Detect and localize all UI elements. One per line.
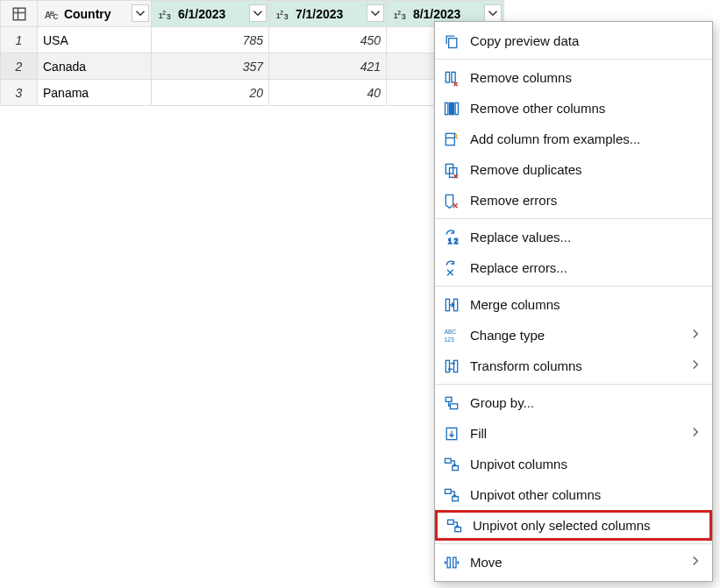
row-number: 3 bbox=[1, 80, 38, 106]
svg-text:123: 123 bbox=[445, 336, 454, 342]
row-number: 2 bbox=[1, 53, 38, 80]
chevron-right-icon bbox=[688, 424, 703, 443]
table-row[interactable]: 2 Canada 357 421 bbox=[1, 53, 504, 80]
cell-country[interactable]: USA bbox=[38, 27, 152, 53]
menu-separator bbox=[435, 286, 712, 287]
remove-columns-icon bbox=[442, 68, 461, 88]
merge-columns-icon bbox=[442, 295, 461, 315]
cell-value[interactable]: 785 bbox=[152, 27, 269, 53]
column-header-date-2[interactable]: 123 7/1/2023 bbox=[269, 1, 387, 27]
table-corner-cell[interactable] bbox=[1, 1, 38, 27]
column-header-country[interactable]: ABC Country bbox=[38, 1, 152, 27]
menu-item-replace-values[interactable]: 1 2 Replace values... bbox=[435, 222, 712, 252]
menu-item-move[interactable]: Move bbox=[435, 547, 712, 577]
cell-value[interactable]: 421 bbox=[269, 53, 387, 80]
menu-item-fill[interactable]: Fill bbox=[435, 418, 712, 449]
number-type-icon: 123 bbox=[274, 5, 292, 23]
chevron-down-icon bbox=[367, 5, 383, 21]
highlighted-menu-item: Unpivot only selected columns bbox=[435, 510, 712, 541]
menu-separator bbox=[435, 218, 712, 219]
svg-text:ABC: ABC bbox=[445, 329, 457, 335]
filter-dropdown-button[interactable] bbox=[132, 4, 149, 22]
replace-values-icon: 1 2 bbox=[442, 228, 461, 247]
menu-item-remove-errors[interactable]: Remove errors bbox=[435, 185, 712, 216]
svg-text:2: 2 bbox=[397, 9, 401, 15]
chevron-down-icon bbox=[132, 5, 148, 21]
svg-text:2: 2 bbox=[162, 9, 166, 15]
column-label: 8/1/2023 bbox=[413, 7, 461, 21]
menu-item-add-column-from-examples[interactable]: Add column from examples... bbox=[435, 124, 712, 154]
column-label: Country bbox=[64, 7, 111, 21]
remove-duplicates-icon bbox=[442, 160, 461, 180]
svg-text:1 2: 1 2 bbox=[448, 236, 459, 244]
chevron-right-icon bbox=[688, 326, 703, 344]
svg-rect-37 bbox=[446, 489, 452, 493]
group-by-icon bbox=[442, 393, 461, 413]
remove-other-columns-icon bbox=[442, 99, 461, 118]
cell-value[interactable]: 357 bbox=[152, 53, 269, 80]
number-type-icon: 123 bbox=[392, 5, 410, 23]
table-icon bbox=[11, 5, 28, 23]
unpivot-columns-icon bbox=[442, 455, 461, 474]
transform-columns-icon bbox=[442, 357, 461, 376]
menu-item-unpivot-other-columns[interactable]: Unpivot other columns bbox=[435, 479, 712, 510]
svg-rect-15 bbox=[449, 38, 457, 47]
table-row[interactable]: 3 Panama 20 40 bbox=[1, 80, 504, 106]
svg-rect-19 bbox=[446, 103, 448, 114]
menu-item-group-by[interactable]: Group by... bbox=[435, 387, 712, 418]
text-type-icon: ABC bbox=[43, 5, 61, 23]
menu-item-remove-columns[interactable]: Remove columns bbox=[435, 62, 712, 93]
cell-country[interactable]: Panama bbox=[38, 80, 152, 106]
fill-icon bbox=[442, 424, 461, 443]
svg-rect-21 bbox=[446, 133, 454, 145]
svg-rect-17 bbox=[452, 72, 455, 82]
svg-rect-30 bbox=[446, 360, 449, 372]
menu-item-unpivot-only-selected-columns[interactable]: Unpivot only selected columns bbox=[435, 510, 712, 541]
svg-rect-33 bbox=[450, 403, 457, 408]
filter-dropdown-button[interactable] bbox=[484, 4, 502, 22]
column-context-menu: Copy preview data Remove columns Remove … bbox=[434, 21, 713, 582]
menu-item-unpivot-columns[interactable]: Unpivot columns bbox=[435, 449, 712, 479]
chevron-down-icon bbox=[485, 5, 501, 21]
filter-dropdown-button[interactable] bbox=[249, 4, 267, 22]
svg-rect-32 bbox=[446, 397, 452, 401]
filter-dropdown-button[interactable] bbox=[367, 4, 384, 22]
svg-rect-39 bbox=[448, 520, 454, 524]
svg-rect-41 bbox=[447, 557, 450, 568]
svg-text:3: 3 bbox=[402, 12, 406, 21]
menu-item-remove-other-columns[interactable]: Remove other columns bbox=[435, 93, 712, 124]
move-icon bbox=[442, 553, 461, 572]
cell-value[interactable]: 20 bbox=[152, 80, 269, 106]
menu-item-transform-columns[interactable]: Transform columns bbox=[435, 351, 712, 381]
row-number: 1 bbox=[1, 27, 38, 53]
svg-rect-0 bbox=[13, 8, 25, 20]
menu-separator bbox=[435, 59, 712, 60]
menu-separator bbox=[435, 384, 712, 385]
add-column-examples-icon bbox=[442, 130, 461, 149]
menu-item-remove-duplicates[interactable]: Remove duplicates bbox=[435, 154, 712, 185]
svg-rect-20 bbox=[455, 103, 458, 114]
change-type-icon: ABC123 bbox=[442, 326, 461, 345]
svg-text:3: 3 bbox=[284, 12, 289, 21]
svg-text:2: 2 bbox=[280, 9, 283, 15]
column-header-date-1[interactable]: 123 6/1/2023 bbox=[152, 1, 269, 27]
svg-rect-40 bbox=[455, 527, 461, 531]
chevron-down-icon bbox=[250, 5, 266, 21]
cell-country[interactable]: Canada bbox=[38, 53, 152, 80]
remove-errors-icon bbox=[442, 191, 461, 210]
column-label: 6/1/2023 bbox=[178, 7, 226, 21]
number-type-icon: 123 bbox=[157, 5, 175, 23]
svg-rect-31 bbox=[454, 360, 458, 372]
svg-rect-16 bbox=[446, 72, 449, 82]
cell-value[interactable]: 450 bbox=[269, 27, 387, 53]
menu-item-replace-errors[interactable]: Replace errors... bbox=[435, 252, 712, 283]
copy-icon bbox=[442, 32, 461, 51]
menu-item-merge-columns[interactable]: Merge columns bbox=[435, 289, 712, 320]
menu-item-change-type[interactable]: ABC123 Change type bbox=[435, 320, 712, 351]
replace-errors-icon bbox=[442, 259, 461, 278]
table-row[interactable]: 1 USA 785 450 bbox=[1, 27, 504, 53]
svg-rect-18 bbox=[450, 103, 454, 114]
svg-rect-35 bbox=[446, 458, 452, 463]
menu-item-copy-preview-data[interactable]: Copy preview data bbox=[435, 25, 712, 56]
cell-value[interactable]: 40 bbox=[269, 80, 387, 106]
